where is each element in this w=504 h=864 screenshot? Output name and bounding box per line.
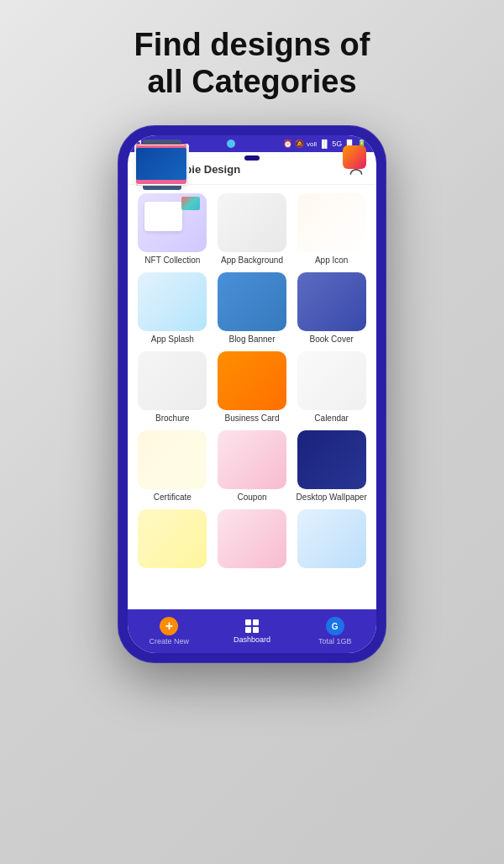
category-item-brochure[interactable]: Brochure [136, 351, 209, 424]
nav-total-storage[interactable]: G Total 1GB [293, 609, 376, 653]
nav-create-new-label: Create New [150, 637, 190, 645]
dashboard-grid-icon [244, 619, 260, 634]
category-label-coupon: Coupon [237, 493, 266, 503]
category-label-brochure: Brochure [155, 414, 190, 424]
category-item-desktop-wallpaper[interactable]: Desktop Wallpaper [295, 430, 368, 503]
category-thumb-app-icon [297, 193, 366, 252]
phone-notch [244, 155, 260, 161]
category-item-certificate[interactable]: Certificate [136, 430, 209, 503]
category-label-app-splash: App Splash [151, 335, 194, 345]
category-label-business-card: Business Card [224, 414, 279, 424]
svg-rect-8 [253, 627, 259, 633]
category-thumb-coupon [218, 430, 286, 489]
category-item-calendar[interactable]: Calendar [295, 351, 368, 424]
svg-rect-6 [253, 619, 259, 625]
category-item-app-bg[interactable]: App Background [216, 193, 289, 266]
category-item-app-icon[interactable]: App Icon [295, 193, 368, 266]
category-item-partial-1[interactable] [136, 509, 209, 568]
nav-create-new[interactable]: + Create New [128, 609, 211, 653]
category-thumb-desktop-wallpaper [297, 430, 366, 489]
category-thumb-calendar [297, 351, 366, 410]
category-thumb-partial-2 [218, 509, 286, 568]
category-item-blog-banner[interactable]: Blog Banner [216, 272, 289, 345]
category-item-coupon[interactable]: Coupon [216, 430, 289, 503]
category-item-partial-2[interactable] [216, 509, 289, 568]
category-thumb-business-card [218, 351, 286, 410]
category-item-app-splash[interactable]: App Splash [136, 272, 209, 345]
category-thumb-app-splash [138, 272, 207, 331]
category-label-nft: NFT Collection [144, 256, 200, 266]
category-item-nft[interactable]: NFT Collection [136, 193, 209, 266]
category-thumb-blog-banner [218, 272, 286, 331]
svg-rect-7 [245, 627, 251, 633]
nav-total-storage-label: Total 1GB [318, 637, 352, 645]
nav-dashboard-label: Dashboard [234, 635, 270, 644]
category-item-book-cover[interactable]: Book Cover [295, 272, 368, 345]
category-grid: NFT Collection App Background App Icon A… [136, 193, 368, 568]
category-thumb-book-cover [297, 272, 366, 331]
category-thumb-app-bg [218, 193, 286, 252]
bottom-nav: + Create New Dashboard G Total 1GB [128, 609, 376, 653]
nav-dashboard[interactable]: Dashboard [211, 609, 294, 653]
category-thumb-certificate [138, 430, 207, 489]
category-label-certificate: Certificate [154, 493, 192, 503]
category-thumb-partial-1 [138, 509, 207, 568]
category-label-blog-banner: Blog Banner [228, 335, 275, 345]
category-thumb-partial-3 [297, 509, 366, 568]
storage-circle-icon: G [326, 617, 344, 635]
category-grid-scroll[interactable]: NFT Collection App Background App Icon A… [128, 185, 376, 609]
category-label-desktop-wallpaper: Desktop Wallpaper [297, 493, 367, 503]
phone-mockup: 13:03 ⏰ 🔕 voll ▐▌ 5G ▐▌ 🔋 appypie Design [118, 125, 386, 663]
category-thumb-brochure [138, 351, 207, 410]
svg-rect-5 [245, 619, 251, 625]
category-label-app-icon: App Icon [315, 256, 348, 266]
status-dot [227, 140, 235, 148]
category-label-book-cover: Book Cover [310, 335, 354, 345]
page-headline: Find designs of all Categories [101, 0, 404, 117]
category-label-app-bg: App Background [221, 256, 283, 266]
category-thumb-nft [138, 193, 207, 252]
category-item-business-card[interactable]: Business Card [216, 351, 289, 424]
category-item-partial-3[interactable] [295, 509, 368, 568]
create-new-plus-icon: + [160, 617, 178, 635]
category-label-calendar: Calendar [314, 414, 349, 424]
